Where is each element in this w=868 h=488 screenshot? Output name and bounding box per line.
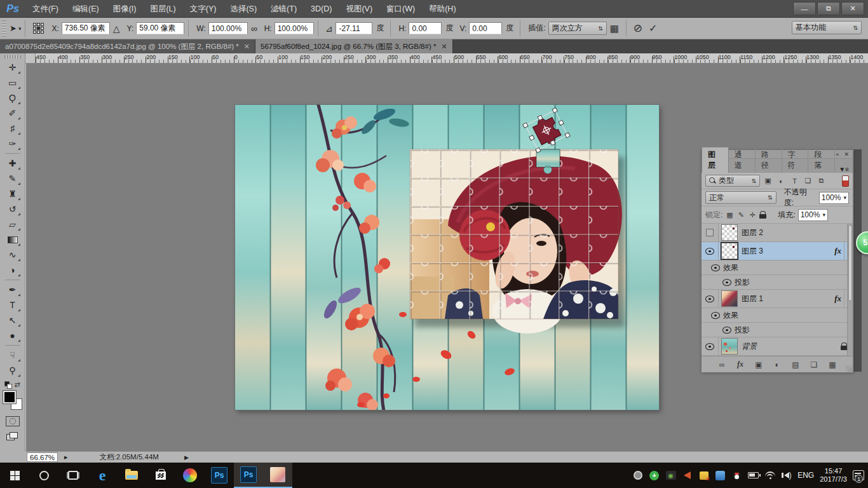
- drop-shadow-row[interactable]: 投影: [702, 323, 853, 337]
- visibility-eye-icon[interactable]: [722, 278, 732, 286]
- menu-item[interactable]: 文件(F): [25, 0, 65, 18]
- layer-name[interactable]: 图层 3: [742, 246, 763, 257]
- task-view-button[interactable]: [58, 463, 88, 488]
- dodge-tool[interactable]: ◑: [4, 262, 22, 278]
- start-button[interactable]: [0, 463, 29, 488]
- layer-style-button[interactable]: fx: [735, 360, 745, 369]
- filter-shape-icon[interactable]: ❏: [803, 177, 813, 185]
- tab-character[interactable]: 字符: [782, 147, 809, 173]
- effects-row[interactable]: 效果: [702, 308, 853, 323]
- path-selection-tool[interactable]: ↖: [4, 313, 22, 328]
- workspace-select[interactable]: 基本功能 ⇅: [792, 21, 862, 34]
- fx-badge[interactable]: fx: [834, 294, 844, 304]
- transform-tool-icon[interactable]: ➤ ▾: [10, 24, 21, 33]
- visibility-eye-icon[interactable]: [705, 295, 715, 302]
- relative-position-icon[interactable]: △: [113, 24, 120, 34]
- adjustment-layer-button[interactable]: ◐: [772, 360, 782, 369]
- horizontal-ruler[interactable]: 4504003503002502001501005005010015020025…: [36, 53, 868, 64]
- menu-item[interactable]: 滤镜(T): [264, 0, 304, 18]
- lock-transparency-icon[interactable]: ▦: [725, 211, 734, 219]
- swap-colors-icon[interactable]: ⇄: [14, 381, 20, 389]
- menu-item[interactable]: 文字(Y): [183, 0, 224, 18]
- y-input[interactable]: 59.00 像素: [136, 22, 184, 34]
- clone-stamp-tool[interactable]: ♜: [4, 186, 22, 201]
- gradient-tool[interactable]: [4, 232, 22, 247]
- color-app-button[interactable]: [175, 463, 205, 488]
- menu-item[interactable]: 3D(D): [304, 0, 339, 18]
- media-tray-icon[interactable]: [682, 470, 693, 481]
- document-canvas[interactable]: [235, 105, 659, 410]
- visibility-cell[interactable]: [702, 290, 719, 308]
- photoshop-running-button[interactable]: Ps: [234, 463, 263, 488]
- commit-transform-icon[interactable]: ✓: [649, 22, 657, 34]
- panel-menu-icon[interactable]: ▼≡: [835, 166, 853, 173]
- crop-tool[interactable]: ♯: [4, 121, 22, 136]
- layer-name[interactable]: 背景: [742, 341, 757, 352]
- visibility-eye-icon[interactable]: [722, 326, 732, 334]
- collapse-panel-icon[interactable]: «: [836, 151, 839, 158]
- menu-item[interactable]: 帮助(H): [422, 0, 463, 18]
- menu-item[interactable]: 编辑(E): [65, 0, 106, 18]
- move-tool[interactable]: ✛: [4, 60, 22, 75]
- tab-paths[interactable]: 路径: [756, 147, 782, 173]
- filter-type-select[interactable]: 类型 ⇅: [705, 175, 760, 187]
- ellipse-tool[interactable]: ●: [4, 328, 22, 343]
- visibility-cell[interactable]: [702, 224, 719, 241]
- lock-pixels-icon[interactable]: ✎: [736, 211, 745, 219]
- menu-item[interactable]: 窗口(W): [379, 0, 422, 18]
- quick-mask-button[interactable]: [6, 416, 20, 426]
- menu-item[interactable]: 图层(L): [143, 0, 182, 18]
- close-panel-icon[interactable]: ✕: [844, 151, 849, 158]
- filter-switch-toggle[interactable]: [842, 175, 849, 187]
- smudge-tool[interactable]: ∿: [4, 247, 22, 262]
- cancel-transform-icon[interactable]: ⊘: [634, 22, 642, 35]
- tab-paragraph[interactable]: 段落: [808, 147, 835, 173]
- close-icon[interactable]: ✕: [244, 43, 250, 51]
- effects-row[interactable]: 效果: [702, 261, 853, 275]
- foreground-color-swatch[interactable]: [3, 391, 16, 403]
- close-icon[interactable]: ✕: [441, 43, 447, 51]
- document-tab-1[interactable]: a0700875d2e85409c794a8dcd6142a7d.jpg @ 1…: [0, 39, 255, 53]
- photo-viewer-button[interactable]: [263, 463, 292, 488]
- store-button[interactable]: [146, 463, 175, 488]
- filter-image-icon[interactable]: ▣: [763, 177, 773, 185]
- status-expand-arrow[interactable]: ▶: [184, 454, 189, 461]
- eyedropper-tool[interactable]: ✑: [4, 136, 22, 151]
- lock-position-icon[interactable]: ✛: [748, 211, 757, 219]
- brush-tool[interactable]: ✎: [4, 171, 22, 186]
- history-brush-tool[interactable]: ↺: [4, 201, 22, 217]
- tool-panel-grip[interactable]: [4, 55, 21, 58]
- drop-shadow-label[interactable]: 投影: [735, 277, 750, 288]
- menu-item[interactable]: 视图(V): [339, 0, 379, 18]
- visibility-eye-icon[interactable]: [710, 264, 721, 271]
- type-tool[interactable]: T: [4, 297, 22, 313]
- tab-channels[interactable]: 通道: [729, 147, 756, 173]
- input-method-tray-icon[interactable]: [715, 470, 726, 481]
- pen-tool[interactable]: ✒: [4, 282, 22, 297]
- warning-tray-icon[interactable]: [698, 470, 709, 481]
- link-dimensions-icon[interactable]: ∞: [251, 24, 257, 34]
- layer-name[interactable]: 图层 2: [742, 227, 763, 238]
- fx-badge[interactable]: fx: [834, 246, 844, 256]
- add-mask-button[interactable]: ▣: [754, 360, 764, 369]
- zoom-level-input[interactable]: 66.67%: [27, 452, 58, 462]
- photoshop-pinned-button[interactable]: Ps: [205, 463, 234, 488]
- collapsed-dock-strip[interactable]: [854, 149, 862, 372]
- eraser-tool[interactable]: ▱: [4, 217, 22, 232]
- wifi-icon[interactable]: [764, 470, 775, 481]
- interpolation-select[interactable]: 两次立方 ⇅: [548, 22, 607, 35]
- opacity-input[interactable]: 100% ▾: [819, 192, 849, 204]
- edge-button[interactable]: e: [88, 463, 117, 488]
- h-skew-input[interactable]: 0.00: [409, 22, 442, 34]
- layer-row-1[interactable]: 图层 1 fx ▲: [702, 290, 853, 308]
- panel-resize-grip[interactable]: [846, 365, 852, 372]
- recorder-tray-icon[interactable]: [632, 470, 643, 481]
- layer-thumbnail[interactable]: [721, 243, 738, 259]
- lasso-tool[interactable]: Ϙ: [4, 90, 22, 105]
- lock-all-icon[interactable]: [759, 211, 766, 219]
- volume-icon[interactable]: ): [781, 470, 792, 481]
- spot-healing-brush-tool[interactable]: ✚: [4, 156, 22, 171]
- layer-row-3-selected[interactable]: 图层 3 fx ▲: [702, 242, 853, 261]
- x-input[interactable]: 736.50 像素: [62, 22, 110, 34]
- qq-tray-icon[interactable]: [731, 470, 742, 481]
